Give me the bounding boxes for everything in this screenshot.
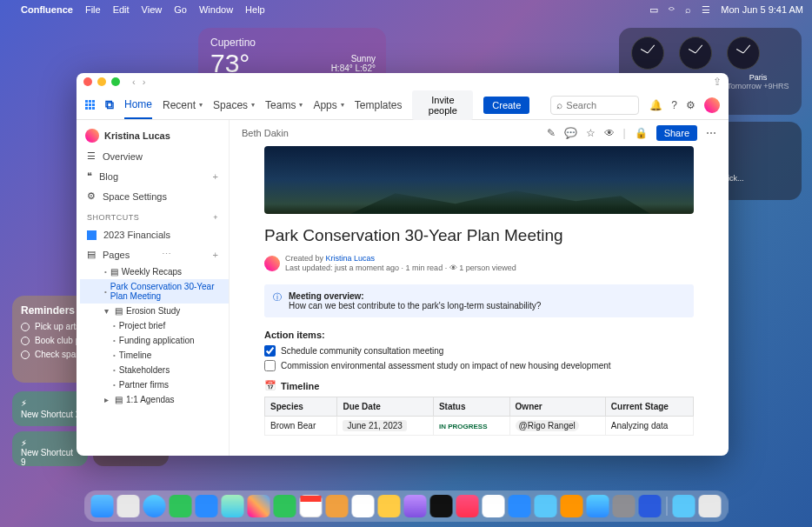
system-settings-icon[interactable] xyxy=(613,495,636,517)
menubar-help[interactable]: Help xyxy=(245,4,265,15)
checkbox[interactable] xyxy=(264,360,276,371)
watch-icon[interactable]: 👁 xyxy=(604,127,615,139)
menubar-app-name[interactable]: Confluence xyxy=(21,4,73,15)
freeform-icon[interactable] xyxy=(404,495,427,517)
launchpad-icon[interactable] xyxy=(117,495,140,517)
wifi-icon[interactable]: ⌔ xyxy=(669,4,675,15)
reminder-circle-icon[interactable] xyxy=(21,337,30,345)
photos-icon[interactable] xyxy=(248,495,270,517)
news-icon[interactable] xyxy=(483,495,505,517)
appletv-icon[interactable] xyxy=(430,495,453,517)
tree-item[interactable]: •Partner firms xyxy=(80,377,229,392)
author-avatar-icon[interactable] xyxy=(264,256,280,271)
finder-icon[interactable] xyxy=(91,495,114,517)
maximize-window-button[interactable] xyxy=(111,77,120,86)
tree-item-selected[interactable]: •Park Conservation 30-Year Plan Meeting xyxy=(80,279,229,304)
messages-icon[interactable] xyxy=(170,495,192,517)
mail-icon[interactable] xyxy=(196,495,218,517)
action-item[interactable]: Schedule community consultation meeting xyxy=(264,345,694,357)
author-link[interactable]: Kristina Lucas xyxy=(326,254,376,263)
add-icon[interactable]: + xyxy=(213,171,218,182)
sidebar-space-settings[interactable]: ⚙Space Settings xyxy=(77,186,229,206)
th-stage: Current Stage xyxy=(605,397,693,417)
sidebar-shortcut-item[interactable]: 2023 Financials xyxy=(77,225,229,244)
sidebar-pages-header[interactable]: ▤Pages⋯ + xyxy=(77,244,229,264)
reminder-circle-icon[interactable] xyxy=(21,350,30,359)
reminders-icon[interactable] xyxy=(352,495,375,517)
search-box[interactable]: ⌕ xyxy=(550,96,639,115)
keynote-icon[interactable] xyxy=(561,495,583,517)
expand-icon[interactable]: ▸ xyxy=(104,395,111,404)
contacts-icon[interactable] xyxy=(326,495,349,517)
control-center-icon[interactable]: ☰ xyxy=(702,4,710,16)
comment-icon[interactable]: 💬 xyxy=(564,127,577,139)
menubar-edit[interactable]: Edit xyxy=(113,4,130,15)
numbers-icon[interactable] xyxy=(535,495,557,517)
safari-icon[interactable] xyxy=(143,495,166,517)
calendar-icon[interactable] xyxy=(300,495,323,517)
appstore-misc-icon[interactable] xyxy=(509,495,531,517)
menubar-file[interactable]: File xyxy=(85,4,101,15)
sidebar-space-name[interactable]: Kristina Lucas xyxy=(77,125,229,146)
breadcrumb[interactable]: Beth Dakin xyxy=(242,128,289,138)
tree-item[interactable]: ▾▤Erosion Study xyxy=(80,304,229,318)
date-pill[interactable]: June 21, 2023 xyxy=(343,420,406,431)
nav-recent[interactable]: Recent xyxy=(163,99,203,111)
invite-people-button[interactable]: Invite people xyxy=(412,90,473,120)
close-window-button[interactable] xyxy=(83,77,92,86)
nav-templates[interactable]: Templates xyxy=(355,99,403,111)
battery-icon[interactable]: ▭ xyxy=(649,4,658,16)
reminder-circle-icon[interactable] xyxy=(21,323,30,331)
more-actions-icon[interactable]: ⋯ xyxy=(706,127,716,139)
macos-share-icon[interactable]: ⇪ xyxy=(713,76,722,88)
search-icon[interactable]: ⌕ xyxy=(685,4,691,15)
lock-icon[interactable]: 🔒 xyxy=(635,127,648,139)
nav-home[interactable]: Home xyxy=(124,98,152,119)
share-button[interactable]: Share xyxy=(656,125,697,141)
search-input[interactable] xyxy=(566,100,633,110)
tree-item[interactable]: ▸▤1:1 Agendas xyxy=(80,392,229,407)
tree-item[interactable]: •Project brief xyxy=(80,318,229,333)
checkbox[interactable] xyxy=(264,345,276,357)
action-item[interactable]: Commission environmental assessment stud… xyxy=(264,360,694,371)
user-mention[interactable]: @Rigo Rangel xyxy=(516,420,579,431)
maps-icon[interactable] xyxy=(222,495,244,517)
nav-apps[interactable]: Apps xyxy=(313,99,343,111)
add-shortcut-icon[interactable]: + xyxy=(213,213,218,222)
menubar-view[interactable]: View xyxy=(142,4,163,15)
star-icon[interactable]: ☆ xyxy=(586,127,596,139)
tree-item[interactable]: •▤Weekly Recaps xyxy=(80,264,229,279)
menubar-window[interactable]: Window xyxy=(199,4,233,15)
menubar-clock[interactable]: Mon Jun 5 9:41 AM xyxy=(721,4,803,15)
appstore-icon[interactable] xyxy=(587,495,609,517)
sidebar-overview[interactable]: ☰Overview xyxy=(77,146,229,166)
help-icon[interactable]: ? xyxy=(671,99,677,111)
menubar-go[interactable]: Go xyxy=(174,4,187,15)
nav-teams[interactable]: Teams xyxy=(265,99,303,111)
tree-item[interactable]: •Funding application xyxy=(80,333,229,348)
music-icon[interactable] xyxy=(456,495,479,517)
app-switcher-icon[interactable] xyxy=(85,100,95,110)
tree-item[interactable]: •Stakeholders xyxy=(80,363,229,377)
collapse-icon[interactable]: ▾ xyxy=(104,306,111,316)
create-button[interactable]: Create xyxy=(483,97,529,114)
trash-icon[interactable] xyxy=(699,495,722,517)
app-icon[interactable] xyxy=(639,495,662,517)
add-page-icon[interactable]: + xyxy=(213,250,218,260)
notes-icon[interactable] xyxy=(378,495,401,517)
forward-button[interactable]: › xyxy=(143,77,146,87)
back-button[interactable]: ‹ xyxy=(132,77,136,87)
facetime-icon[interactable] xyxy=(274,495,296,517)
minimize-window-button[interactable] xyxy=(97,77,106,86)
edit-icon[interactable]: ✎ xyxy=(547,127,556,139)
sidebar-blog[interactable]: ❝Blog+ xyxy=(77,166,229,186)
more-icon[interactable]: ⋯ xyxy=(162,249,171,260)
profile-avatar[interactable] xyxy=(704,97,720,113)
notifications-icon[interactable]: 🔔 xyxy=(649,99,662,111)
tree-item[interactable]: •Timeline xyxy=(80,348,229,363)
settings-gear-icon[interactable]: ⚙ xyxy=(686,99,696,111)
confluence-logo-icon[interactable]: ⧉ xyxy=(105,97,114,112)
nav-spaces[interactable]: Spaces xyxy=(213,99,255,111)
table-row[interactable]: Brown Bear June 21, 2023 IN PROGRESS @Ri… xyxy=(265,417,694,436)
downloads-icon[interactable] xyxy=(673,495,696,517)
